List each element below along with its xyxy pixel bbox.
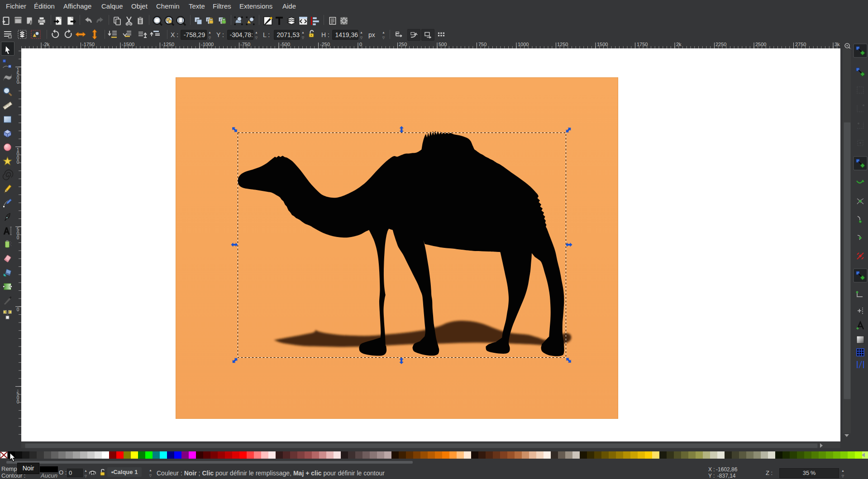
svg-text:-750: -750 bbox=[240, 42, 250, 47]
svg-text:1250: 1250 bbox=[557, 42, 568, 47]
svg-text:-250: -250 bbox=[320, 42, 330, 47]
svg-text:1000: 1000 bbox=[518, 42, 529, 47]
svg-text:0: 0 bbox=[359, 42, 362, 47]
svg-text:2750: 2750 bbox=[795, 42, 806, 47]
svg-text:1750: 1750 bbox=[637, 42, 648, 47]
svg-text:2500: 2500 bbox=[755, 42, 766, 47]
svg-text:250: 250 bbox=[399, 42, 407, 47]
svg-text:1500: 1500 bbox=[597, 42, 608, 47]
svg-text:-2k: -2k bbox=[43, 42, 50, 47]
svg-text:500: 500 bbox=[439, 42, 447, 47]
svg-text:2250: 2250 bbox=[715, 42, 726, 47]
svg-text:-500: -500 bbox=[280, 42, 290, 47]
svg-text:750: 750 bbox=[478, 42, 486, 47]
